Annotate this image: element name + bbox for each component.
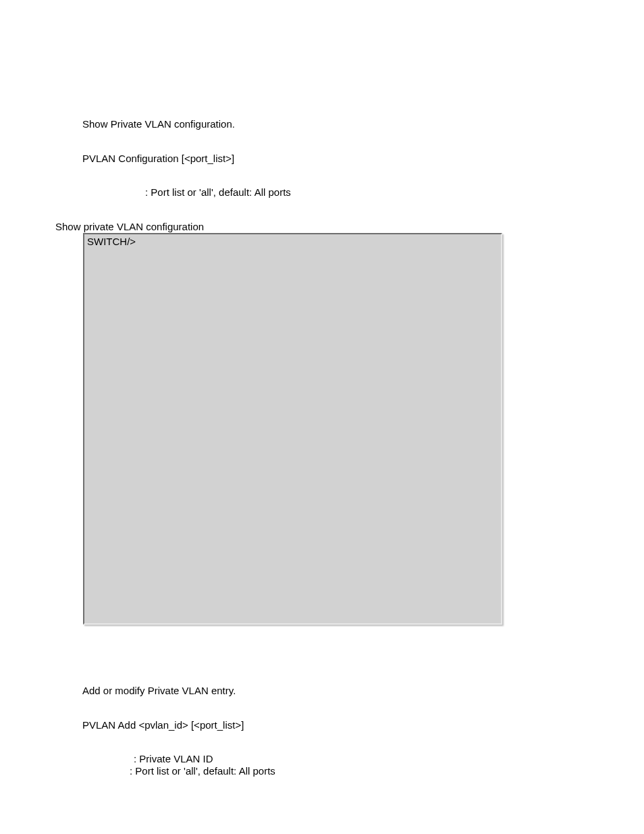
pvlan-config-param-portlist: : Port list or 'all', default: All ports bbox=[145, 186, 291, 198]
document-page: Show Private VLAN configuration. PVLAN C… bbox=[0, 0, 644, 834]
pvlan-config-description: Show Private VLAN configuration. bbox=[82, 118, 235, 130]
pvlan-add-param-portlist: : Port list or 'all', default: All ports bbox=[130, 765, 275, 777]
pvlan-add-description: Add or modify Private VLAN entry. bbox=[82, 685, 236, 696]
pvlan-config-syntax: PVLAN Configuration [<port_list>] bbox=[82, 153, 234, 164]
terminal-box: SWITCH/> bbox=[83, 233, 502, 625]
pvlan-add-syntax: PVLAN Add <pvlan_id> [<port_list>] bbox=[82, 719, 244, 731]
terminal-prompt: SWITCH/> bbox=[87, 236, 136, 247]
pvlan-add-param-id: : Private VLAN ID bbox=[134, 753, 213, 764]
example-title: Show private VLAN configuration bbox=[55, 221, 204, 232]
